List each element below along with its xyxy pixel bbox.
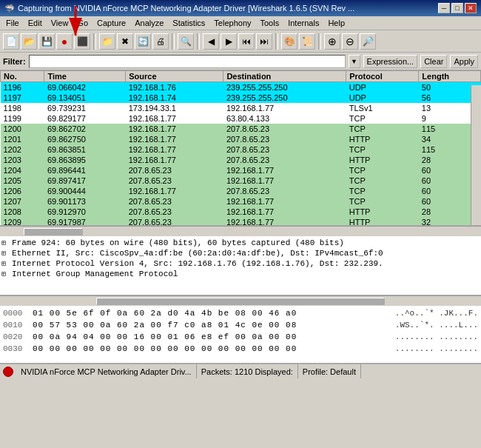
filter-dropdown-button[interactable]: ▼ [349,55,360,68]
title-bar: 🦈 Capturing from NVIDIA nForce MCP Netwo… [0,0,481,16]
hscroll-thumb-2[interactable] [96,298,385,305]
stop-button[interactable]: ⬛ [74,33,90,50]
hex-ascii-1: .WS..`*. ....L... [395,319,478,331]
table-row[interactable]: 120969.917987207.8.65.23192.168.1.77HTTP… [1,217,481,226]
col-proto[interactable]: Protocol [346,71,419,82]
hscroll-1[interactable] [0,226,481,236]
filter-label: Filter: [3,57,26,66]
table-row[interactable]: 120869.912970207.8.65.23192.168.1.77HTTP… [1,207,481,217]
hex-row-1: 0010 00 57 53 00 0a 60 2a 00 f7 c0 a8 01… [3,319,478,331]
table-row[interactable]: 119969.829177192.168.1.7763.80.4.133TCP9 [1,113,481,124]
hex-row-0: 0000 01 00 5e 6f 0f 0a 60 2a d0 4a 4b be… [3,307,478,319]
filter-input[interactable] [29,55,346,68]
save-button[interactable]: 💾 [38,33,55,50]
table-row[interactable]: 120469.896441207.8.65.23192.168.1.77TCP6… [1,165,481,175]
zoom-in-button[interactable]: ⊕ [324,33,340,50]
auto-scroll-button[interactable]: 📜 [299,33,315,50]
search-button[interactable]: 🔍 [178,33,194,50]
open-button[interactable]: 📂 [21,33,37,50]
maximize-button[interactable]: □ [451,3,463,13]
profile-status: Profile: Default [298,364,361,378]
table-row[interactable]: 119669.066042192.168.1.76239.255.255.250… [1,82,481,93]
cell-time: 69.862702 [44,124,126,134]
cell-src: 207.8.65.23 [126,207,223,217]
open2-button[interactable]: 📁 [99,33,115,50]
detail-text-0: Frame 924: 60 bytes on wire (480 bits), … [12,238,344,247]
cell-no: 1209 [1,217,44,226]
menu-go[interactable]: Go [73,17,92,29]
menu-analyze[interactable]: Analyze [130,17,168,29]
go-back-button[interactable]: ◀ [203,33,219,50]
cell-time: 69.897417 [44,175,126,186]
zoom-out-button[interactable]: ⊖ [342,33,358,50]
colorize-button[interactable]: 🎨 [281,33,297,50]
table-row[interactable]: 120669.900444192.168.1.77207.8.65.23TCP6… [1,186,481,196]
toolbar-sep-5 [318,33,321,50]
hscroll-2[interactable] [0,295,481,306]
hex-bytes-3: 00 00 00 00 00 00 00 00 00 00 00 00 00 0… [33,343,392,355]
expand-icon-2[interactable]: ⊞ [1,259,12,268]
adapter-status: NVIDIA nForce MCP Networking Adapter Dri… [16,364,197,378]
cell-dst: 192.168.1.77 [223,207,346,217]
menu-edit[interactable]: Edit [24,17,47,29]
menu-tools[interactable]: Tools [256,17,284,29]
close-file-button[interactable]: ✖ [117,33,133,50]
zoom-reset-button[interactable]: 🔎 [360,33,376,50]
col-no[interactable]: No. [1,71,44,82]
hscroll-thumb-1[interactable] [24,228,83,235]
col-len[interactable]: Length [419,71,481,82]
close-button[interactable]: ✕ [465,3,477,13]
record-button[interactable]: ● [56,33,73,50]
vertical-scrollbar[interactable] [471,85,481,225]
apply-button[interactable]: Apply [450,55,478,68]
hex-offset-1: 0010 [3,319,30,331]
expand-icon-1[interactable]: ⊞ [1,249,12,258]
go-fwd-button[interactable]: ▶ [221,33,237,50]
cell-src: 192.168.1.77 [126,113,223,124]
menu-internals[interactable]: Internals [283,17,323,29]
table-row[interactable]: 120069.862702192.168.1.77207.8.65.23TCP1… [1,124,481,134]
col-source[interactable]: Source [126,71,223,82]
col-dest[interactable]: Destination [223,71,346,82]
cell-dst: 192.168.1.77 [223,217,346,226]
cell-time: 69.739231 [44,103,126,113]
table-row[interactable]: 120769.901173207.8.65.23192.168.1.77TCP6… [1,196,481,207]
table-row[interactable]: 120269.863851192.168.1.77207.8.65.23TCP1… [1,144,481,155]
menu-view[interactable]: View [47,17,73,29]
table-row[interactable]: 120369.863895192.168.1.77207.8.65.23HTTP… [1,155,481,165]
menu-help[interactable]: Help [323,17,349,29]
col-time[interactable]: Time [44,71,126,82]
menu-telephony[interactable]: Telephony [209,17,255,29]
cell-no: 1204 [1,165,44,175]
table-row[interactable]: 119869.739231173.194.33.1192.168.1.77TLS… [1,103,481,113]
print-button[interactable]: 🖨 [152,33,169,50]
new-capture-button[interactable]: 📄 [3,33,19,50]
menu-file[interactable]: File [1,17,24,29]
expand-icon-0[interactable]: ⊞ [1,238,12,247]
expression-button[interactable]: Expression... [363,55,418,68]
packet-table: No. Time Source Destination Protocol Len… [0,70,481,226]
filter-bar: Filter: ▼ Expression... Clear Apply [0,53,481,70]
cell-dst: 207.8.65.23 [223,144,346,155]
detail-text-1: Ethernet II, Src: CiscoSpv_4a:df:be (60:… [12,249,383,258]
cell-src: 173.194.33.1 [126,103,223,113]
table-row[interactable]: 120169.862750192.168.1.77207.8.65.23HTTP… [1,134,481,144]
reload-button[interactable]: 🔄 [135,33,151,50]
cell-src: 192.168.1.77 [126,186,223,196]
toolbar-sep-2 [172,33,175,50]
table-row[interactable]: 120569.897417207.8.65.23192.168.1.77TCP6… [1,175,481,186]
clear-button[interactable]: Clear [420,55,447,68]
menu-capture[interactable]: Capture [92,17,130,29]
table-row[interactable]: 119769.134051192.168.1.74239.255.255.250… [1,93,481,103]
goto-first-button[interactable]: ⏮ [238,33,255,50]
toolbar: 📄 📂 💾 ● ⬛ 📁 ✖ 🔄 🖨 🔍 ◀ ▶ ⏮ ⏭ 🎨 📜 ⊕ ⊖ 🔎 [0,30,481,53]
cell-time: 69.912970 [44,207,126,217]
expand-icon-3[interactable]: ⊞ [1,270,12,278]
cell-src: 192.168.1.77 [126,144,223,155]
toolbar-sep-1 [93,33,96,50]
cell-time: 69.829177 [44,113,126,124]
goto-last-button[interactable]: ⏭ [256,33,272,50]
cell-time: 69.863895 [44,155,126,165]
minimize-button[interactable]: ─ [438,3,450,13]
menu-statistics[interactable]: Statistics [168,17,209,29]
